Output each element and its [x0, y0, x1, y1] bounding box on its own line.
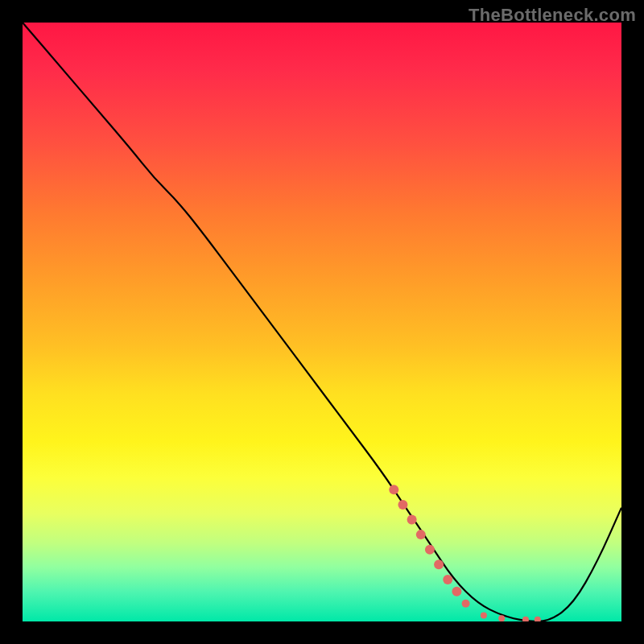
marker-dot	[481, 613, 487, 619]
plot-area	[23, 23, 621, 621]
marker-dot	[535, 617, 541, 621]
chart-frame: TheBottleneck.com	[0, 0, 644, 644]
marker-group	[389, 485, 541, 621]
chart-svg	[23, 23, 621, 621]
marker-dot	[434, 559, 444, 569]
marker-dot	[407, 515, 417, 525]
marker-dot	[452, 587, 461, 597]
marker-dot	[389, 485, 398, 494]
curve-line	[23, 23, 621, 621]
marker-dot	[398, 500, 407, 510]
marker-dot	[425, 545, 435, 555]
marker-dot	[522, 617, 529, 621]
marker-dot	[462, 600, 470, 608]
marker-dot	[443, 575, 452, 584]
marker-dot	[498, 615, 505, 621]
marker-dot	[416, 530, 426, 539]
